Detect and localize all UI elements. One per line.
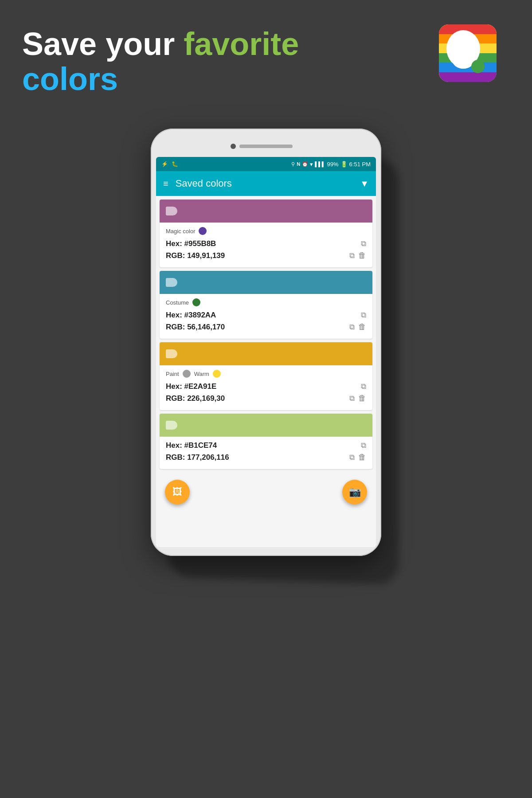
hex-value-warm: Hex: #E2A91E	[166, 382, 216, 391]
nfc-icon: N	[297, 161, 300, 167]
color-card-costume: Costume Hex: #3892AA ⧉ RGB: 56,146,170 ⧉	[160, 271, 372, 339]
banner-tag-magic	[166, 207, 177, 215]
hex-value-magic: Hex: #955B8B	[166, 239, 216, 248]
tag-label-magic: Magic color	[166, 228, 195, 235]
header-save-your: Save your	[22, 26, 184, 62]
tag-dot-warm	[213, 370, 221, 378]
app-icon[interactable]	[439, 24, 497, 82]
fab-container: 🖼 📷	[156, 473, 376, 512]
status-bar: ⚡ 🐛 ⚲ N ⏰ ▾ ▌▌▌ 99% 🔋 6:51 PM	[156, 157, 376, 171]
rgb-actions-costume: ⧉ 🗑	[349, 322, 366, 332]
status-bar-right: ⚲ N ⏰ ▾ ▌▌▌ 99% 🔋 6:51 PM	[291, 161, 371, 168]
card-hex-row-costume: Hex: #3892AA ⧉	[166, 311, 366, 320]
color-card-warm: Paint Warm Hex: #E2A91E ⧉ RGB: 226,169,3…	[160, 342, 372, 410]
card-rgb-row-green: RGB: 177,206,116 ⧉ 🗑	[166, 453, 366, 462]
hex-actions-warm: ⧉	[361, 382, 366, 391]
card-tags-magic: Magic color	[166, 227, 366, 235]
wifi-icon: ▾	[310, 161, 313, 168]
hex-actions-green: ⧉	[361, 441, 366, 450]
battery-icon: 🔋	[340, 161, 348, 168]
card-body-warm: Paint Warm Hex: #E2A91E ⧉ RGB: 226,169,3…	[160, 365, 372, 410]
card-body-costume: Costume Hex: #3892AA ⧉ RGB: 56,146,170 ⧉	[160, 294, 372, 339]
svg-point-8	[471, 60, 485, 73]
color-banner-warm[interactable]	[160, 342, 372, 365]
hex-actions-magic: ⧉	[361, 239, 366, 248]
copy-hex-warm[interactable]: ⧉	[361, 382, 366, 391]
copy-hex-green[interactable]: ⧉	[361, 441, 366, 450]
card-body-magic: Magic color Hex: #955B8B ⧉ RGB: 149,91,1…	[160, 223, 372, 267]
copy-rgb-magic[interactable]: ⧉	[349, 251, 355, 260]
phone-top	[156, 137, 376, 155]
rgb-value-green: RGB: 177,206,116	[166, 453, 229, 462]
time-display: 6:51 PM	[349, 161, 371, 168]
card-hex-row-magic: Hex: #955B8B ⧉	[166, 239, 366, 248]
tag-dot-magic	[199, 227, 207, 235]
gallery-fab[interactable]: 🖼	[165, 480, 190, 505]
phone-body: ⚡ 🐛 ⚲ N ⏰ ▾ ▌▌▌ 99% 🔋 6:51 PM ≡ Saved co…	[151, 129, 381, 556]
hamburger-menu-icon[interactable]: ≡	[163, 179, 168, 188]
copy-rgb-warm[interactable]: ⧉	[349, 394, 355, 403]
hex-value-costume: Hex: #3892AA	[166, 311, 216, 320]
banner-tag-green	[166, 421, 177, 430]
card-tags-warm: Paint Warm	[166, 370, 366, 378]
camera-fab-icon: 📷	[349, 486, 361, 498]
banner-tag-costume	[166, 278, 177, 287]
rgb-actions-green: ⧉ 🗑	[349, 453, 366, 462]
signal-icon: ▌▌▌	[315, 161, 325, 167]
camera-fab[interactable]: 📷	[342, 480, 367, 505]
hex-actions-costume: ⧉	[361, 311, 366, 320]
app-icon-svg	[439, 24, 497, 82]
phone-screen: ⚡ 🐛 ⚲ N ⏰ ▾ ▌▌▌ 99% 🔋 6:51 PM ≡ Saved co…	[156, 157, 376, 547]
delete-green[interactable]: 🗑	[358, 453, 366, 462]
copy-rgb-costume[interactable]: ⧉	[349, 323, 355, 332]
rgb-value-magic: RGB: 149,91,139	[166, 251, 225, 260]
color-banner-green[interactable]	[160, 414, 372, 437]
bluetooth-icon: ⚲	[291, 161, 295, 167]
card-rgb-row-magic: RGB: 149,91,139 ⧉ 🗑	[166, 251, 366, 260]
header-colors: colors	[22, 62, 299, 97]
rgb-actions-warm: ⧉ 🗑	[349, 394, 366, 403]
card-body-green: Hex: #B1CE74 ⧉ RGB: 177,206,116 ⧉ 🗑	[160, 437, 372, 469]
header-section: Save your favorite colors	[22, 27, 299, 97]
card-rgb-row-costume: RGB: 56,146,170 ⧉ 🗑	[166, 322, 366, 332]
phone-speaker	[239, 145, 293, 148]
app-bar-title: Saved colors	[176, 178, 360, 189]
color-card-green: Hex: #B1CE74 ⧉ RGB: 177,206,116 ⧉ 🗑	[160, 414, 372, 469]
copy-hex-costume[interactable]: ⧉	[361, 311, 366, 320]
card-rgb-row-warm: RGB: 226,169,30 ⧉ 🗑	[166, 394, 366, 403]
gallery-fab-icon: 🖼	[172, 486, 182, 498]
header-favorite: favorite	[184, 26, 299, 62]
copy-rgb-green[interactable]: ⧉	[349, 453, 355, 462]
alarm-icon: ⏰	[302, 161, 308, 167]
phone-mockup: ⚡ 🐛 ⚲ N ⏰ ▾ ▌▌▌ 99% 🔋 6:51 PM ≡ Saved co…	[151, 129, 381, 556]
app-bar: ≡ Saved colors ▼	[156, 171, 376, 196]
tag-label-costume: Costume	[166, 299, 189, 306]
rgb-value-costume: RGB: 56,146,170	[166, 323, 225, 332]
card-hex-row-green: Hex: #B1CE74 ⧉	[166, 441, 366, 450]
color-card-magic: Magic color Hex: #955B8B ⧉ RGB: 149,91,1…	[160, 200, 372, 267]
color-banner-magic[interactable]	[160, 200, 372, 223]
delete-magic[interactable]: 🗑	[358, 251, 366, 260]
tag-label-paint: Paint	[166, 371, 179, 377]
phone-camera	[231, 144, 236, 149]
copy-hex-magic[interactable]: ⧉	[361, 239, 366, 248]
status-bar-left: ⚡ 🐛	[161, 161, 178, 167]
tag-dot-paint	[183, 370, 191, 378]
tag-label-warm: Warm	[194, 371, 209, 377]
svg-point-7	[452, 51, 474, 69]
color-banner-costume[interactable]	[160, 271, 372, 294]
banner-tag-warm	[166, 349, 177, 358]
card-tags-costume: Costume	[166, 298, 366, 306]
delete-costume[interactable]: 🗑	[358, 322, 366, 332]
usb-icon: ⚡	[161, 161, 168, 167]
tag-dot-costume	[192, 298, 200, 306]
hex-value-green: Hex: #B1CE74	[166, 441, 217, 450]
filter-icon[interactable]: ▼	[360, 179, 369, 189]
rgb-actions-magic: ⧉ 🗑	[349, 251, 366, 260]
debug-icon: 🐛	[172, 161, 178, 167]
battery-percent: 99%	[327, 161, 339, 168]
card-hex-row-warm: Hex: #E2A91E ⧉	[166, 382, 366, 391]
delete-warm[interactable]: 🗑	[358, 394, 366, 403]
rgb-value-warm: RGB: 226,169,30	[166, 394, 225, 403]
